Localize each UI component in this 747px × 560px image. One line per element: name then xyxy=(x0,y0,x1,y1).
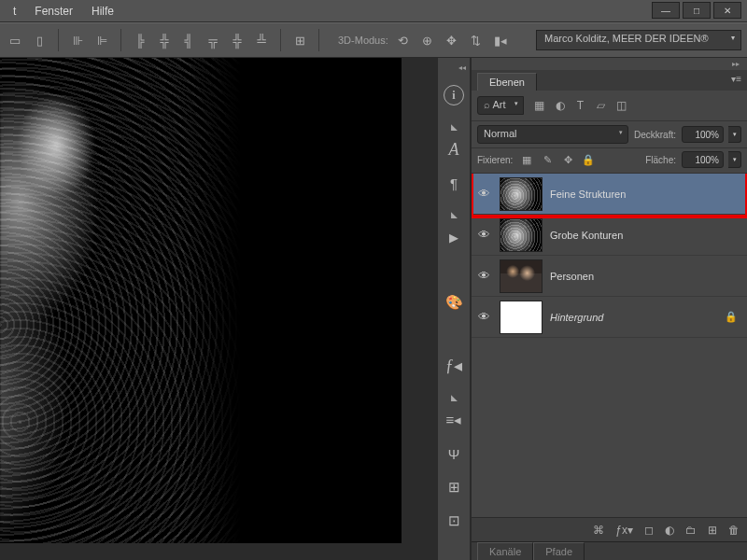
styles-panel-icon[interactable]: ƒ◂ xyxy=(444,356,464,376)
usb-panel-icon[interactable]: Ψ xyxy=(444,443,464,464)
layer-thumbnail[interactable] xyxy=(500,301,543,334)
close-button[interactable]: ✕ xyxy=(713,2,741,19)
3d-camera-icon[interactable]: ▮◂ xyxy=(491,31,510,49)
filter-kind-select[interactable]: Art xyxy=(477,96,524,115)
delete-layer-icon[interactable]: 🗑 xyxy=(728,524,740,537)
layer-row[interactable]: 👁Feine Strukturen xyxy=(472,174,747,215)
collapsed-panel-strip: ◂◂ i ◣ A ¶ ◣ ▶ 🎨 ƒ◂ ◣ ≡◂ Ψ ⊞ ⊡ xyxy=(437,58,471,560)
blend-mode-select[interactable]: Normal xyxy=(477,125,628,144)
layer-row[interactable]: 👁Hintergrund🔒 xyxy=(472,297,747,338)
blend-opacity-row: Normal Deckkraft: 100% ▾ xyxy=(472,121,747,148)
visibility-toggle-icon[interactable]: 👁 xyxy=(475,187,492,201)
grid3-panel-icon[interactable]: ⊡ xyxy=(444,511,464,531)
distribute-h-icon-2[interactable]: ╬ xyxy=(155,31,174,49)
align-icon-2[interactable]: ▯ xyxy=(30,31,49,49)
workspace-preset-select[interactable]: Marco Kolditz, MEER DER IDEEN® xyxy=(536,30,741,50)
lock-position-icon[interactable]: ✥ xyxy=(561,153,574,166)
layer-group-icon[interactable]: 🗀 xyxy=(685,524,697,537)
layer-mask-icon[interactable]: ◻ xyxy=(644,524,654,537)
adjustment-layer-icon[interactable]: ◐ xyxy=(665,524,674,537)
distribute-icon-2[interactable]: ⊫ xyxy=(92,31,111,49)
layer-thumbnail[interactable] xyxy=(500,177,543,211)
visibility-toggle-icon[interactable]: 👁 xyxy=(475,269,492,283)
expand-strip-icon[interactable]: ◂◂ xyxy=(455,63,470,72)
collapse-panels-icon[interactable]: ▸▸ xyxy=(472,58,747,70)
distribute-h-icon-3[interactable]: ╣ xyxy=(179,31,198,49)
panels-column: ▸▸ Ebenen ▾≡ Art ▦ ◐ T ▱ ◫ Normal Deckkr… xyxy=(471,58,747,560)
lock-all-icon[interactable]: 🔒 xyxy=(582,153,595,166)
lock-pixels-icon[interactable]: ✎ xyxy=(541,153,554,166)
brush-panel-icon[interactable]: ⊞ xyxy=(444,477,464,497)
info-panel-icon[interactable]: i xyxy=(444,85,464,105)
panel-flyout-icon-2[interactable]: ◣ xyxy=(451,210,458,219)
filter-adjust-icon[interactable]: ◐ xyxy=(554,99,567,112)
menu-item-fenster[interactable]: Fenster xyxy=(25,2,82,21)
options-bar: ▭ ▯ ⊪ ⊫ ╠ ╬ ╣ ╦ ╬ ╩ ⊞ 3D-Modus: ⟲ ⊕ ✥ ⇅ … xyxy=(0,22,747,58)
3d-orbit-icon[interactable]: ⟲ xyxy=(394,31,413,49)
fill-value[interactable]: 100% xyxy=(682,151,724,168)
panel-menu-icon[interactable]: ▾≡ xyxy=(731,74,741,84)
distribute-h-icon[interactable]: ╠ xyxy=(131,31,149,49)
layer-row[interactable]: 👁Personen xyxy=(472,256,747,297)
filter-shape-icon[interactable]: ▱ xyxy=(595,99,608,112)
filter-pixel-icon[interactable]: ▦ xyxy=(533,99,546,112)
3d-pan-icon[interactable]: ✥ xyxy=(443,31,461,49)
panel-flyout-icon[interactable]: ◣ xyxy=(451,122,458,132)
blend-mode-value: Normal xyxy=(484,128,516,139)
swatches-panel-icon[interactable]: 🎨 xyxy=(444,292,464,313)
layer-panel-footer: ⌘ ƒx▾ ◻ ◐ 🗀 ⊞ 🗑 xyxy=(472,517,747,541)
layer-name-label[interactable]: Personen xyxy=(550,271,743,282)
canvas-area[interactable] xyxy=(0,58,437,560)
tab-pfade[interactable]: Pfade xyxy=(533,542,585,560)
auto-align-icon[interactable]: ⊞ xyxy=(290,31,309,49)
workspace: ◂◂ i ◣ A ¶ ◣ ▶ 🎨 ƒ◂ ◣ ≡◂ Ψ ⊞ ⊡ ▸▸ Ebenen… xyxy=(0,58,747,560)
layer-filter-row: Art ▦ ◐ T ▱ ◫ xyxy=(472,91,747,121)
layer-name-label[interactable]: Grobe Konturen xyxy=(550,230,743,241)
window-controls: — □ ✕ xyxy=(649,2,741,19)
3d-roll-icon[interactable]: ⊕ xyxy=(418,31,437,49)
color-panel-icon[interactable] xyxy=(445,326,462,343)
paragraph-panel-icon[interactable]: ¶ xyxy=(444,173,464,193)
character-panel-icon[interactable]: A xyxy=(444,139,464,160)
menu-item-hilfe[interactable]: Hilfe xyxy=(82,2,123,21)
menu-item-truncated[interactable]: t xyxy=(4,2,25,21)
opacity-value[interactable]: 100% xyxy=(682,126,724,143)
opacity-label: Deckkraft: xyxy=(634,130,676,140)
filter-smart-icon[interactable]: ◫ xyxy=(615,99,628,112)
play-panel-icon[interactable]: ▶ xyxy=(444,227,464,247)
distribute-icon[interactable]: ⊪ xyxy=(68,31,87,49)
lock-indicator-icon: 🔒 xyxy=(725,311,738,323)
distribute-v-icon-3[interactable]: ╩ xyxy=(252,31,271,49)
align-icon[interactable]: ▭ xyxy=(6,31,24,49)
panel-flyout-icon-3[interactable]: ◣ xyxy=(451,393,458,402)
panel-tabs: Ebenen ▾≡ xyxy=(472,70,747,91)
layers-list: 👁Feine Strukturen👁Grobe Konturen👁Persone… xyxy=(472,174,747,517)
layer-fx-icon[interactable]: ƒx▾ xyxy=(615,524,633,537)
filter-type-icon[interactable]: T xyxy=(574,99,587,112)
menu-bar: t Fenster Hilfe — □ ✕ xyxy=(0,0,747,22)
maximize-button[interactable]: □ xyxy=(683,2,711,19)
new-layer-icon[interactable]: ⊞ xyxy=(708,524,717,537)
lock-fill-row: Fixieren: ▦ ✎ ✥ 🔒 Fläche: 100% ▾ xyxy=(472,148,747,174)
fill-dropdown-icon[interactable]: ▾ xyxy=(728,151,741,168)
3d-mode-label: 3D-Modus: xyxy=(338,35,388,46)
link-layers-icon[interactable]: ⌘ xyxy=(593,524,604,537)
layer-row[interactable]: 👁Grobe Konturen xyxy=(472,215,747,256)
visibility-toggle-icon[interactable]: 👁 xyxy=(475,228,492,242)
tab-ebenen[interactable]: Ebenen xyxy=(477,73,537,91)
layer-name-label[interactable]: Feine Strukturen xyxy=(550,189,743,200)
opacity-dropdown-icon[interactable]: ▾ xyxy=(728,126,741,143)
layer-name-label[interactable]: Hintergrund xyxy=(550,312,717,323)
adjustments-panel-icon[interactable]: ≡◂ xyxy=(444,410,464,430)
visibility-toggle-icon[interactable]: 👁 xyxy=(475,310,492,324)
fill-label: Fläche: xyxy=(645,155,676,165)
minimize-button[interactable]: — xyxy=(652,2,680,19)
3d-slide-icon[interactable]: ⇅ xyxy=(467,31,486,49)
layer-thumbnail[interactable] xyxy=(500,218,543,252)
lock-transparent-icon[interactable]: ▦ xyxy=(520,153,533,166)
distribute-v-icon-2[interactable]: ╬ xyxy=(228,31,247,49)
document-canvas[interactable] xyxy=(0,58,402,543)
tab-kanaele[interactable]: Kanäle xyxy=(477,542,533,560)
distribute-v-icon[interactable]: ╦ xyxy=(204,31,222,49)
layer-thumbnail[interactable] xyxy=(500,259,543,293)
